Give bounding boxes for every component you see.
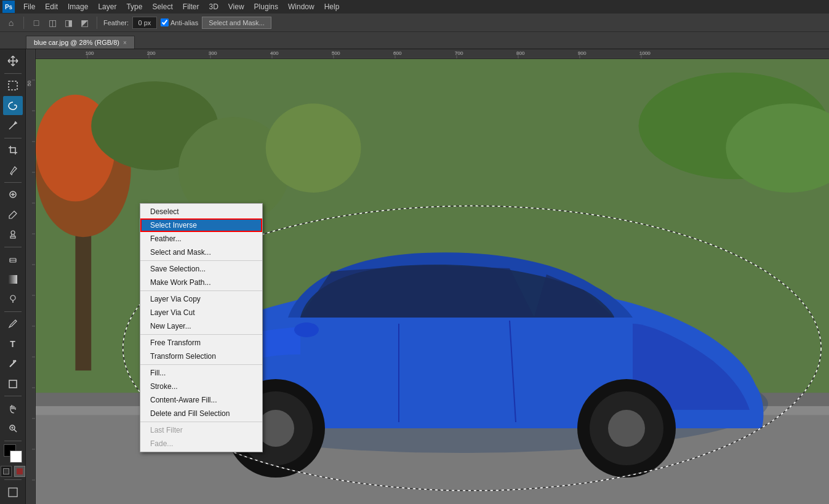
crop-tool[interactable] [3,141,23,160]
app-logo: Ps [2,1,15,13]
svg-text:400: 400 [270,50,279,56]
antialias-label[interactable]: Anti-alias [161,18,198,26]
tab-blue-car[interactable]: blue car.jpg @ 28% (RGB/8) × [26,36,135,49]
pen-tool[interactable] [3,314,23,334]
ctx-select-mask[interactable]: Select and Mask... [140,246,262,259]
menu-type[interactable]: Type [121,1,147,12]
tool-intersect-icon[interactable]: ◩ [78,17,90,29]
ctx-last-filter: Last Filter [140,423,262,437]
ctx-fade: Fade... [140,437,262,450]
dodge-tool[interactable] [3,290,23,309]
svg-text:50: 50 [26,81,32,86]
ruler-horizontal: 100 200 300 400 500 600 700 800 900 1000 [26,49,829,59]
feather-input[interactable] [132,17,157,29]
lasso-tool[interactable] [3,96,23,115]
svg-text:100: 100 [86,50,94,56]
tool-sep-3 [4,182,22,183]
ctx-layer-via-cut[interactable]: Layer Via Cut [140,306,262,319]
menu-filter[interactable]: Filter [178,1,204,12]
canvas-area[interactable]: 100 200 300 400 500 600 700 800 900 1000… [26,49,829,504]
magic-wand-tool[interactable] [3,116,23,135]
tool-subtract-icon[interactable]: ◨ [62,17,74,29]
ctx-feather[interactable]: Feather... [140,232,262,246]
eraser-tool[interactable] [3,250,23,269]
menu-image[interactable]: Image [63,1,93,12]
ctx-sep-1 [140,260,262,261]
ctx-delete-fill-selection[interactable]: Delete and Fill Selection [140,407,262,420]
ctx-transform-selection[interactable]: Transform Selection [140,350,262,363]
menu-select[interactable]: Select [147,1,177,12]
tool-home-icon[interactable]: ⌂ [5,17,17,29]
ctx-make-work-path[interactable]: Make Work Path... [140,276,262,289]
svg-point-57 [266,103,361,193]
tool-sep-4 [4,247,22,247]
zoom-tool[interactable] [3,419,23,438]
ctx-select-inverse[interactable]: Select Inverse [140,218,262,232]
svg-text:200: 200 [147,50,156,56]
menu-3d[interactable]: 3D [204,1,223,12]
svg-point-65 [257,410,294,447]
ctx-content-aware-fill[interactable]: Content-Aware Fill... [140,393,262,407]
eyedropper-tool[interactable] [3,161,23,180]
tool-sep-7 [4,441,22,441]
svg-text:900: 900 [578,50,587,56]
menu-view[interactable]: View [223,1,249,12]
tool-sep-6 [4,396,22,396]
ctx-sep-5 [140,422,262,422]
menu-file[interactable]: File [18,1,40,12]
menu-edit[interactable]: Edit [40,1,63,12]
svg-point-3 [11,231,15,234]
select-and-mask-button[interactable]: Select and Mask... [202,17,271,29]
menu-help[interactable]: Help [319,1,345,12]
context-menu: Deselect Select Inverse Feather... Selec… [140,203,263,452]
ruler-vertical: 50 [26,49,36,504]
color-swatches[interactable] [4,444,22,462]
stamp-tool[interactable] [3,225,23,244]
screen-mode[interactable] [3,482,23,502]
ctx-new-layer[interactable]: New Layer... [140,319,262,333]
tool-add-icon[interactable]: ◫ [46,17,58,29]
menu-plugins[interactable]: Plugins [249,1,283,12]
brush-tool[interactable] [3,205,23,224]
main-area: T [0,49,829,504]
tool-sep-1 [4,73,22,74]
options-bar: ⌂ □ ◫ ◨ ◩ Feather: Anti-alias Select and… [0,14,829,32]
options-sep-1 [23,17,24,29]
hand-tool[interactable] [3,399,23,418]
tool-sep-2 [4,138,22,138]
svg-rect-6 [9,275,17,284]
antialias-text: Anti-alias [170,19,198,26]
text-tool[interactable]: T [3,334,23,353]
ctx-deselect[interactable]: Deselect [140,205,262,218]
marquee-tool[interactable] [3,76,23,95]
svg-point-71 [294,322,319,337]
shape-tool[interactable] [3,375,23,394]
svg-rect-0 [9,81,17,90]
menu-window[interactable]: Window [283,1,319,12]
path-selection-tool[interactable] [3,354,23,374]
antialias-checkbox[interactable] [161,18,169,26]
svg-text:1000: 1000 [639,50,651,56]
svg-text:800: 800 [516,50,525,56]
ctx-stroke[interactable]: Stroke... [140,380,262,393]
move-tool[interactable] [3,52,23,71]
standard-mode[interactable] [1,466,12,477]
tool-rect-icon[interactable]: □ [30,17,42,29]
ctx-save-selection[interactable]: Save Selection... [140,262,262,276]
menu-layer[interactable]: Layer [93,1,121,12]
svg-rect-10 [9,488,17,497]
svg-rect-8 [9,380,17,388]
ctx-sep-2 [140,290,262,291]
quick-mask-mode[interactable] [14,466,25,477]
healing-tool[interactable] [3,185,23,204]
svg-text:700: 700 [455,50,463,56]
svg-point-68 [608,410,645,447]
ctx-layer-via-copy[interactable]: Layer Via Copy [140,292,262,306]
tool-sep-8 [4,479,22,480]
ctx-fill[interactable]: Fill... [140,366,262,380]
gradient-tool[interactable] [3,270,23,289]
ctx-free-transform[interactable]: Free Transform [140,336,262,350]
feather-label: Feather: [103,19,129,26]
background-color[interactable] [10,450,22,463]
tab-close-button[interactable]: × [123,39,127,46]
